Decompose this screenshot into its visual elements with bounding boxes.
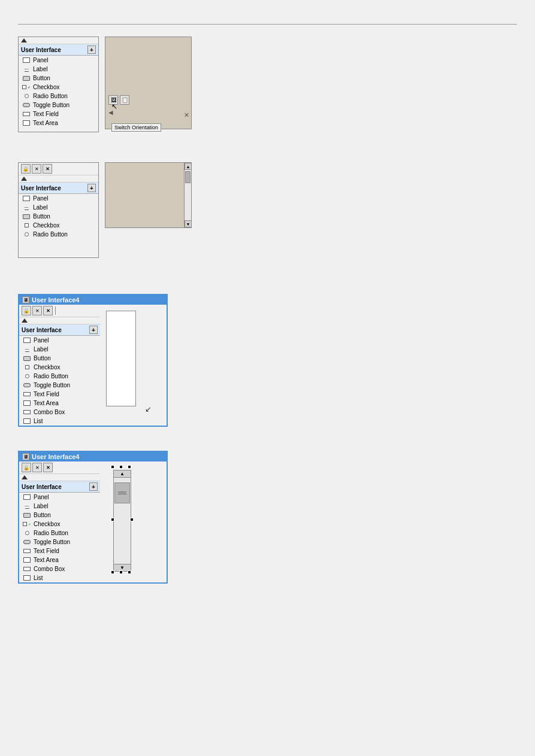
- canvas-icon-btn-2[interactable]: 📋: [120, 95, 129, 105]
- palette-item-label-1[interactable]: — Label: [19, 65, 98, 74]
- x-icon-4[interactable]: ✕: [43, 463, 53, 472]
- handle-bl-4[interactable]: [111, 570, 114, 574]
- palette-item-checkbox-1[interactable]: ✓ Checkbox: [19, 83, 98, 92]
- x-icon-3[interactable]: ✕: [43, 306, 53, 315]
- handle-bm-4[interactable]: [119, 570, 123, 574]
- handle-ml-4[interactable]: [111, 518, 114, 521]
- palette-item-button-1[interactable]: Button: [19, 74, 98, 83]
- window-content-3: 🔒 ✕ ✕ User Interface + Panel: [19, 305, 167, 426]
- plus-button-2[interactable]: +: [87, 184, 96, 192]
- scroll-down-btn-2[interactable]: ▼: [185, 220, 192, 227]
- palette-item-textfield-4[interactable]: Text Field: [19, 546, 100, 555]
- palette-item-textfield-1[interactable]: Text Field: [19, 110, 98, 119]
- palette-item-panel-3[interactable]: Panel: [19, 336, 100, 345]
- palette-item-radio-1[interactable]: Radio Button: [19, 92, 98, 101]
- section-label-1: User Interface: [21, 47, 61, 53]
- palette-item-checkbox-3[interactable]: Checkbox: [19, 363, 100, 372]
- close-icon-4[interactable]: ✕: [32, 463, 42, 472]
- palette-item-textarea-3[interactable]: Text Area: [19, 399, 100, 408]
- palette-item-combo-4[interactable]: Combo Box: [19, 564, 100, 573]
- scroll-thumb-4[interactable]: [114, 482, 130, 503]
- palette-item-button-3[interactable]: Button: [19, 354, 100, 363]
- handle-br-4[interactable]: [128, 570, 131, 574]
- handle-mr-4[interactable]: [130, 518, 134, 521]
- handle-tm-4[interactable]: [119, 465, 123, 469]
- palette-item-radio-4[interactable]: Radio Button: [19, 529, 100, 538]
- palette-item-toggle-3[interactable]: Toggle Button: [19, 381, 100, 390]
- panel-icon-3: [23, 338, 31, 344]
- thumb-line-3: [118, 494, 126, 494]
- section-label-2: User Interface: [21, 185, 61, 192]
- palette-inner-4: 🔒 ✕ ✕ User Interface + Panel: [19, 462, 100, 582]
- close-icon-2[interactable]: ✕: [32, 164, 41, 174]
- canvas-1[interactable]: 🖼 📋 ◄ ✕ ↖ Switch Orientation: [105, 37, 192, 129]
- handle-mr-dot[interactable]: [130, 518, 134, 521]
- label-icon-3: —: [23, 347, 31, 353]
- plus-button-4[interactable]: +: [89, 482, 98, 491]
- scroll-thumb-2[interactable]: [185, 171, 191, 183]
- handle-ml-dot[interactable]: [111, 518, 114, 521]
- screenshot-block-3: 🖥 User Interface4 🔒 ✕ ✕ User: [18, 294, 517, 427]
- close-icon-3[interactable]: ✕: [32, 306, 42, 315]
- palette-item-checkbox-4[interactable]: ✓ Checkbox: [19, 520, 100, 529]
- scroll-track-2[interactable]: [185, 170, 191, 220]
- palette-item-textarea-1[interactable]: Text Area: [19, 119, 98, 127]
- palette-item-panel-4[interactable]: Panel: [19, 493, 100, 502]
- lock-icon-2[interactable]: 🔒: [21, 164, 31, 174]
- palette-item-panel-1[interactable]: Panel: [19, 56, 98, 65]
- palette-item-label-2[interactable]: — Label: [19, 203, 98, 212]
- triangle-up-icon-4: [22, 475, 28, 479]
- textfield-icon-4: [23, 548, 31, 554]
- canvas-3[interactable]: [106, 311, 136, 406]
- palette-item-list-4[interactable]: List: [19, 573, 100, 582]
- palette-item-radio-2[interactable]: Radio Button: [19, 230, 98, 239]
- window-titlebar-3: 🖥 User Interface4: [19, 295, 167, 305]
- palette-item-panel-2[interactable]: Panel: [19, 194, 98, 203]
- radio-icon-4: [23, 530, 31, 536]
- handle-tl-4[interactable]: [111, 465, 114, 469]
- button-icon: [22, 75, 31, 81]
- x-icon-2[interactable]: ✕: [43, 164, 52, 174]
- textarea-label: Text Area: [33, 120, 58, 126]
- palette-item-list-3[interactable]: List: [19, 417, 100, 426]
- palette-item-toggle-4[interactable]: Toggle Button: [19, 538, 100, 546]
- checkbox-icon-4: ✓: [23, 521, 31, 527]
- handle-tr-4[interactable]: [128, 465, 131, 469]
- palette-item-label-3[interactable]: — Label: [19, 345, 100, 354]
- palette-item-checkbox-2[interactable]: Checkbox: [19, 221, 98, 230]
- window-content-4: 🔒 ✕ ✕ User Interface + Panel: [19, 462, 167, 582]
- palette-item-combo-3[interactable]: Combo Box: [19, 408, 100, 417]
- button-icon-3: [23, 356, 31, 362]
- palette-inner-3: 🔒 ✕ ✕ User Interface + Panel: [19, 305, 100, 426]
- window-4: 🖥 User Interface4 🔒 ✕ ✕ User Interface: [18, 451, 168, 584]
- selected-widget-4[interactable]: ▲ ▼: [106, 467, 131, 572]
- triangle-up-icon-2: [21, 177, 27, 181]
- palette-panel-2: 🔒 ✕ ✕ User Interface + Panel — Label B: [18, 162, 99, 258]
- checkbox-label: Checkbox: [33, 84, 59, 90]
- palette-item-button-4[interactable]: Button: [19, 511, 100, 520]
- palette-item-button-2[interactable]: Button: [19, 212, 98, 221]
- radio-icon: [22, 93, 31, 99]
- lock-icon-4[interactable]: 🔒: [22, 463, 31, 472]
- plus-button-1[interactable]: +: [87, 45, 96, 54]
- scroll-up-btn-2[interactable]: ▲: [185, 163, 192, 170]
- plus-button-3[interactable]: +: [89, 326, 98, 334]
- button-icon-4: [23, 512, 31, 518]
- triangle-up-icon-3: [22, 318, 28, 323]
- lock-icon-3[interactable]: 🔒: [22, 306, 31, 315]
- textfield-icon-3: [23, 391, 31, 397]
- palette-item-toggle-1[interactable]: Toggle Button: [19, 101, 98, 110]
- palette-item-label-4[interactable]: — Label: [19, 502, 100, 511]
- scrollbar-widget-4[interactable]: ▲ ▼: [113, 470, 131, 572]
- scroll-top-btn-4[interactable]: ▲: [114, 470, 131, 478]
- scrollbar-v-2[interactable]: ▲ ▼: [184, 163, 191, 227]
- palette-item-textarea-4[interactable]: Text Area: [19, 555, 100, 564]
- right-resize-handle[interactable]: ✕: [184, 111, 189, 119]
- palette-item-radio-3[interactable]: Radio Button: [19, 372, 100, 381]
- palette-toolbar-3b: [19, 317, 100, 324]
- checkbox-icon-2: [22, 223, 31, 229]
- textfield-label: Text Field: [33, 111, 59, 117]
- canvas-2[interactable]: ▲ ▼: [105, 162, 192, 228]
- palette-item-textfield-3[interactable]: Text Field: [19, 390, 100, 399]
- switch-orientation-button[interactable]: Switch Orientation: [111, 123, 161, 132]
